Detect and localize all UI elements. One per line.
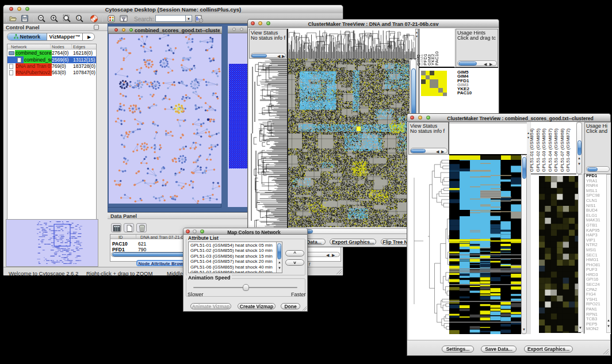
- svg-text:1:1: 1:1: [77, 16, 82, 20]
